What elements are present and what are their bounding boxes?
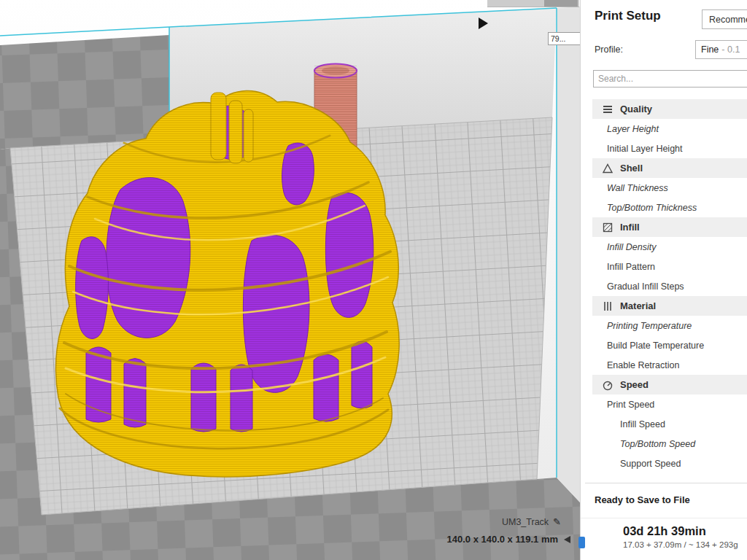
setting-gradual-infill-steps[interactable]: Gradual Infill Steps [592, 276, 747, 296]
model-dimensions-row: 140.0 x 140.0 x 119.1 mm [446, 534, 570, 545]
play-button[interactable] [479, 18, 488, 29]
job-name-row: UM3_Track ✎ [502, 516, 561, 527]
print-setup-panel: Print Setup Recommended Profile: Fine- 0… [581, 0, 747, 560]
settings-list: QualityLayer HeightInitial Layer HeightS… [592, 99, 747, 473]
material-icon [602, 300, 614, 312]
setting-label: Top/Bottom Thickness [607, 203, 697, 213]
cura-window: 79... UM3_Track ✎ 140.0 x 140.0 x 119.1 … [0, 0, 747, 560]
setting-wall-thickness[interactable]: Wall Thickness [592, 178, 747, 198]
footer-divider [585, 483, 747, 483]
print-time-estimate: 03d 21h 39min [623, 524, 706, 538]
setting-top-bottom-thickness[interactable]: Top/Bottom Thickness [592, 198, 747, 217]
setting-label: Initial Layer Height [607, 144, 683, 154]
setting-label: Wall Thickness [607, 183, 668, 193]
profile-dropdown[interactable]: Fine- 0.1 [695, 40, 747, 59]
profile-label: Profile: [595, 44, 623, 55]
category-shell[interactable]: Shell [592, 158, 747, 178]
category-speed[interactable]: Speed [592, 375, 747, 394]
setting-printing-temperature[interactable]: Printing Temperature [592, 316, 747, 335]
setting-label: Print Speed [607, 400, 654, 410]
setting-label: Quality [620, 104, 652, 114]
setting-build-plate-temperature[interactable]: Build Plate Temperature [592, 335, 747, 355]
setting-label: Printing Temperature [607, 321, 692, 331]
infill-icon [602, 222, 614, 233]
setting-top-bottom-speed[interactable]: Top/Bottom Speed [592, 434, 747, 454]
setting-label: Top/Bottom Speed [620, 439, 695, 449]
setting-label: Build Plate Temperature [607, 341, 704, 351]
category-quality[interactable]: Quality [592, 99, 747, 119]
setting-label: Shell [620, 163, 643, 174]
panel-title: Print Setup [595, 9, 661, 23]
setting-infill-density[interactable]: Infill Density [592, 237, 747, 257]
speed-icon [602, 379, 614, 391]
scene-canvas [0, 0, 581, 560]
layer-slider-handle[interactable] [544, 0, 578, 7]
setting-print-speed[interactable]: Print Speed [592, 394, 747, 414]
model-dimensions: 140.0 x 140.0 x 119.1 mm [446, 534, 558, 545]
floor-checker-topleft [0, 35, 169, 149]
setting-infill-pattern[interactable]: Infill Pattern [592, 257, 747, 276]
setting-label: Speed [620, 379, 649, 390]
setting-label: Infill Speed [620, 419, 665, 429]
profile-value: Fine [701, 44, 719, 55]
category-material[interactable]: Material [592, 296, 747, 316]
setting-label: Infill Density [607, 242, 656, 252]
shell-icon [602, 163, 614, 174]
setting-label: Enable Retraction [607, 360, 679, 370]
setting-label: Support Speed [620, 459, 681, 469]
setting-label: Layer Height [607, 124, 659, 134]
setting-label: Material [620, 300, 656, 311]
material-estimate: 17.03 + 37.09m / ~ 134 + 293g [623, 540, 738, 549]
setting-initial-layer-height[interactable]: Initial Layer Height [592, 139, 747, 158]
layers-icon [602, 104, 614, 115]
setting-label: Gradual Infill Steps [607, 281, 684, 292]
status-text: Ready to Save to File [595, 494, 690, 505]
setting-label: Infill [620, 222, 640, 233]
setting-infill-speed[interactable]: Infill Speed [592, 414, 747, 434]
profile-detail: - 0.1 [721, 44, 740, 55]
setting-layer-height[interactable]: Layer Height [592, 119, 747, 139]
floor-right-strip [557, 7, 581, 503]
rename-icon[interactable]: ✎ [553, 516, 561, 527]
setting-support-speed[interactable]: Support Speed [592, 454, 747, 473]
scale-indicator-icon[interactable] [564, 536, 570, 543]
layer-value-box: 79... [548, 32, 581, 45]
footer-divider-2 [581, 518, 747, 518]
recommended-mode-button[interactable]: Recommended [702, 9, 747, 29]
category-infill[interactable]: Infill [592, 217, 747, 237]
setting-enable-retraction[interactable]: Enable Retraction [592, 355, 747, 375]
setting-label: Infill Pattern [607, 262, 655, 272]
search-input[interactable] [593, 70, 747, 88]
layer-slider[interactable] [487, 0, 579, 7]
job-name: UM3_Track [502, 517, 549, 527]
viewport-3d[interactable]: 79... UM3_Track ✎ 140.0 x 140.0 x 119.1 … [0, 0, 581, 560]
output-device-icon[interactable] [578, 537, 585, 548]
